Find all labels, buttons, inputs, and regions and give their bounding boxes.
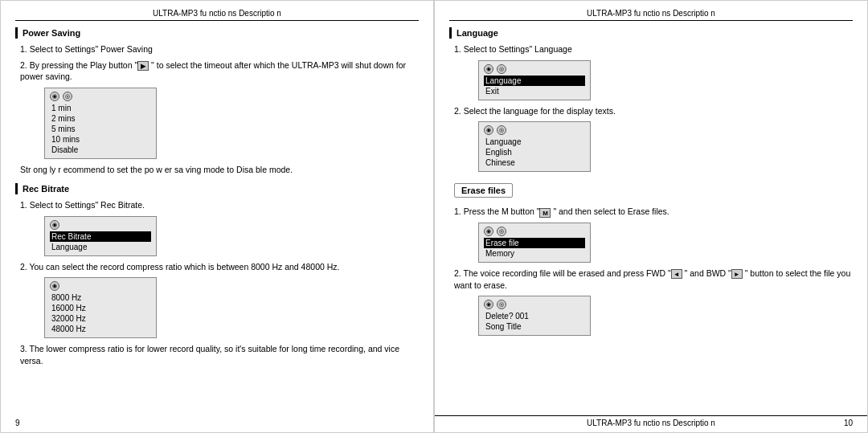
lang-item-exit: Exit [484,86,585,96]
rec-menu-icons: ◉ [50,220,151,230]
power-saving-note: Str ong ly r ecommend to set the po w er… [20,164,419,177]
lang-step-2: 2. Select the language for the display t… [454,105,853,117]
rec-bitrate-menu: ◉ Rec Bitrate Language [44,216,157,256]
lang-menu-chinese: Chinese [484,157,585,168]
hz-icon-1: ◉ [50,281,59,291]
hz-8000: 8000 Hz [50,292,151,303]
page-number-left: 9 [15,419,20,427]
power-saving-title: Power Saving [15,27,419,39]
section-bar-2 [15,183,18,194]
left-page-header: ULTRA-MP3 fu nctio ns Descriptio n [15,9,419,21]
delete-icon-1: ◉ [484,300,493,309]
erase-menu: ◉ ◎ Erase file Memory [478,223,591,263]
menu-item-1min: 1 min [50,103,151,113]
lang-item-language: Language [484,76,585,86]
section-bar [15,27,18,39]
step-1: 1. Select to Settings" Power Saving [20,43,419,55]
menu-item-disable: Disable [50,145,151,155]
play-button-icon: ▶ [137,61,149,71]
power-saving-menu: ◉ ◎ 1 min 2 mins 5 mins 10 mins Disable [44,88,157,159]
menu-icon-2: ◎ [63,92,72,101]
hz-16000: 16000 Hz [50,303,151,313]
delete-icons: ◉ ◎ [484,300,585,309]
hz-48000: 48000 Hz [50,324,151,334]
hz-32000: 32000 Hz [50,313,151,324]
erase-files-title: Erase files [454,183,513,198]
page-number-right: 10 [844,419,853,427]
language-content: 1. Select to Settings" Language ◉ ◎ Lang… [449,43,853,172]
lang-icon-2: ◎ [497,64,506,74]
lang-icon-3: ◉ [484,125,493,135]
right-page: ULTRA-MP3 fu nctio ns Descriptio n Langu… [434,0,868,433]
song-title-item: Song Title [484,321,585,332]
memory-item: Memory [484,248,585,259]
rec-step-1: 1. Select to Settings" Rec Bitrate. [20,199,419,211]
erase-step-2: 2. The voice recording file will be eras… [454,268,853,291]
rec-icon-1: ◉ [50,220,59,230]
language-title: Language [449,27,853,39]
left-page: ULTRA-MP3 fu nctio ns Descriptio n Power… [0,0,434,433]
menu-item-2mins: 2 mins [50,113,151,124]
power-saving-content: 1. Select to Settings" Power Saving 2. B… [15,43,419,177]
lang-icon-4: ◎ [497,125,506,135]
language-section: Language 1. Select to Settings" Language… [449,27,853,172]
erase-files-section: Erase files 1. Press the M button "M " a… [449,178,853,336]
erase-icons: ◉ ◎ [484,227,585,236]
menu-item-5mins: 5 mins [50,124,151,134]
fwd-button-icon: ◄ [671,269,682,279]
lang-menu-language: Language [484,137,585,147]
rec-step-3: 3. The lower compress ratio is for lower… [20,343,419,366]
lang-icons-1: ◉ ◎ [484,64,585,74]
delete-icon-2: ◎ [497,300,506,309]
delete-menu: ◉ ◎ Delete? 001 Song Title [478,296,591,336]
step-2: 2. By pressing the Play button "▶ " to s… [20,59,419,83]
rec-step-2: 2. You can select the record compress ra… [20,261,419,273]
m-button-icon: M [539,208,551,218]
delete-001-item: Delete? 001 [484,311,585,321]
hz-menu: ◉ 8000 Hz 16000 Hz 32000 Hz 48000 Hz [44,277,157,338]
hz-menu-icons: ◉ [50,281,151,291]
menu-item-10mins: 10 mins [50,134,151,145]
lang-menu-english: English [484,147,585,157]
lang-menu-1: ◉ ◎ Language Exit [478,60,591,100]
power-saving-section: Power Saving 1. Select to Settings" Powe… [15,27,419,177]
lang-icons-2: ◉ ◎ [484,125,585,135]
language-item: Language [50,242,151,252]
rec-bitrate-content: 1. Select to Settings" Rec Bitrate. ◉ Re… [15,199,419,367]
lang-section-bar [449,27,452,39]
erase-file-item: Erase file [484,238,585,248]
rec-bitrate-item: Rec Bitrate [50,231,151,242]
menu-icons: ◉ ◎ [50,92,151,101]
lang-menu-2: ◉ ◎ Language English Chinese [478,121,591,172]
erase-icon-1: ◉ [484,227,493,236]
right-page-header: ULTRA-MP3 fu nctio ns Descriptio n [449,9,853,21]
lang-step-1: 1. Select to Settings" Language [454,43,853,55]
rec-bitrate-title: Rec Bitrate [15,183,419,194]
erase-icon-2: ◎ [497,227,506,236]
menu-icon-1: ◉ [50,92,59,101]
erase-step-1: 1. Press the M button "M " and then sele… [454,206,853,218]
lang-icon-1: ◉ [484,64,493,74]
rec-bitrate-section: Rec Bitrate 1. Select to Settings" Rec B… [15,183,419,367]
bwd-button-icon: ► [731,269,743,279]
right-footer-text: ULTRA-MP3 fu nctio ns Descriptio n [587,419,715,427]
erase-content: 1. Press the M button "M " and then sele… [449,206,853,336]
